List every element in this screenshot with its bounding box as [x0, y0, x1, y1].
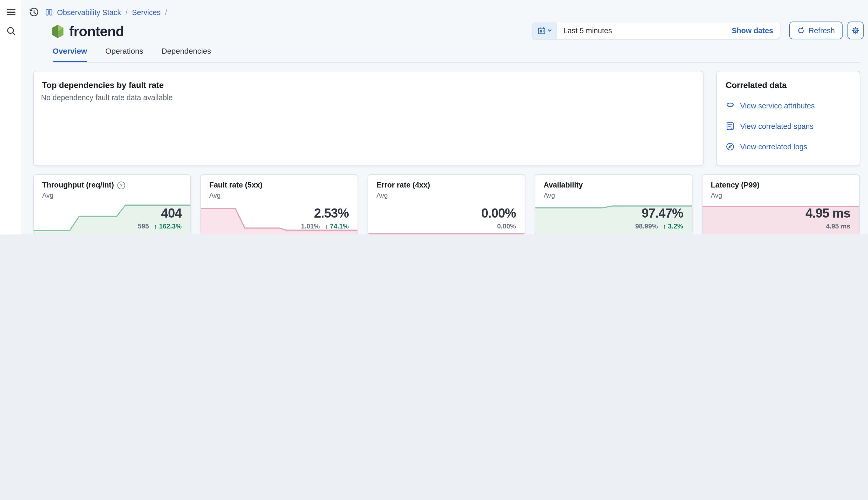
availability-value: 97.47% [642, 206, 683, 221]
fault-rate-card: Fault rate (5xx) Avg 2.53% 1.01%↓ 74.1% [200, 174, 358, 234]
breadcrumb: Observability Stack / Services / [29, 7, 171, 18]
show-dates-button[interactable]: Show dates [732, 26, 780, 34]
card-subtitle: Avg [209, 191, 221, 199]
compass-icon [726, 142, 735, 151]
help-icon[interactable]: ? [117, 181, 125, 189]
breadcrumb-separator: / [165, 8, 167, 16]
search-icon[interactable] [6, 26, 15, 36]
breadcrumb-separator: / [125, 8, 127, 16]
view-correlated-logs-link[interactable]: View correlated logs [726, 142, 860, 151]
latency-value: 4.95 ms [805, 206, 850, 221]
settings-gear-button[interactable] [847, 22, 864, 39]
card-subtitle: Avg [376, 191, 388, 199]
chevron-down-icon [548, 29, 552, 32]
calendar-icon [537, 26, 545, 34]
calendar-menu-button[interactable] [532, 22, 557, 39]
breadcrumb-services[interactable]: Services [132, 8, 160, 16]
app-window: a Observability Stack / Services / front… [0, 0, 868, 235]
tab-overview[interactable]: Overview [53, 46, 87, 62]
card-subtitle: Avg [42, 191, 54, 199]
tab-operations[interactable]: Operations [105, 46, 143, 62]
tab-bar: Overview Operations Dependencies [53, 46, 211, 62]
refresh-icon [797, 26, 805, 34]
page-title: frontend [69, 23, 124, 39]
error-rate-value: 0.00% [481, 206, 516, 221]
error-rate-card: Error rate (4xx) Avg 0.00% 0.00% [368, 174, 525, 234]
breadcrumb-observability-stack[interactable]: Observability Stack [57, 8, 121, 16]
database-icon [726, 101, 735, 110]
refresh-button[interactable]: Refresh [789, 22, 842, 39]
throughput-card: Throughput (req/int)? Avg 404 595↑ 162.3… [33, 174, 191, 234]
main-content: Observability Stack / Services / fronten… [22, 0, 868, 235]
top-dependencies-title: Top dependencies by fault rate [42, 80, 703, 90]
throughput-value: 404 [161, 206, 182, 221]
time-range-value[interactable]: Last 5 minutes [557, 26, 732, 34]
view-service-attributes-link[interactable]: View service attributes [726, 101, 860, 110]
menu-icon[interactable] [6, 7, 15, 17]
gear-icon [852, 26, 860, 34]
left-sidebar: a [0, 0, 22, 235]
correlated-data-title: Correlated data [726, 80, 860, 90]
fault-rate-value: 2.53% [314, 206, 349, 221]
clock-history-icon[interactable] [29, 8, 39, 17]
service-header: frontend [52, 23, 124, 39]
service-hexagon-icon [52, 24, 64, 38]
tab-divider [53, 62, 860, 62]
availability-card: Availability Avg 97.47% 98.99%↑ 3.2% [535, 174, 692, 234]
time-controls: Last 5 minutes Show dates Refresh [532, 22, 864, 39]
view-correlated-spans-link[interactable]: View correlated spans [726, 122, 860, 130]
binoculars-icon [45, 8, 53, 16]
date-picker: Last 5 minutes Show dates [532, 22, 780, 39]
correlated-data-panel: Correlated data View service attributes … [716, 71, 860, 166]
document-icon [726, 122, 735, 130]
top-dependencies-empty-message: No dependency fault rate data available [41, 94, 703, 102]
card-subtitle: Avg [711, 191, 722, 199]
tab-dependencies[interactable]: Dependencies [162, 46, 211, 62]
latency-card: Latency (P99) Avg 4.95 ms 4.95 ms [702, 174, 860, 234]
card-subtitle: Avg [543, 191, 555, 199]
top-dependencies-panel: Top dependencies by fault rate No depend… [33, 71, 703, 166]
